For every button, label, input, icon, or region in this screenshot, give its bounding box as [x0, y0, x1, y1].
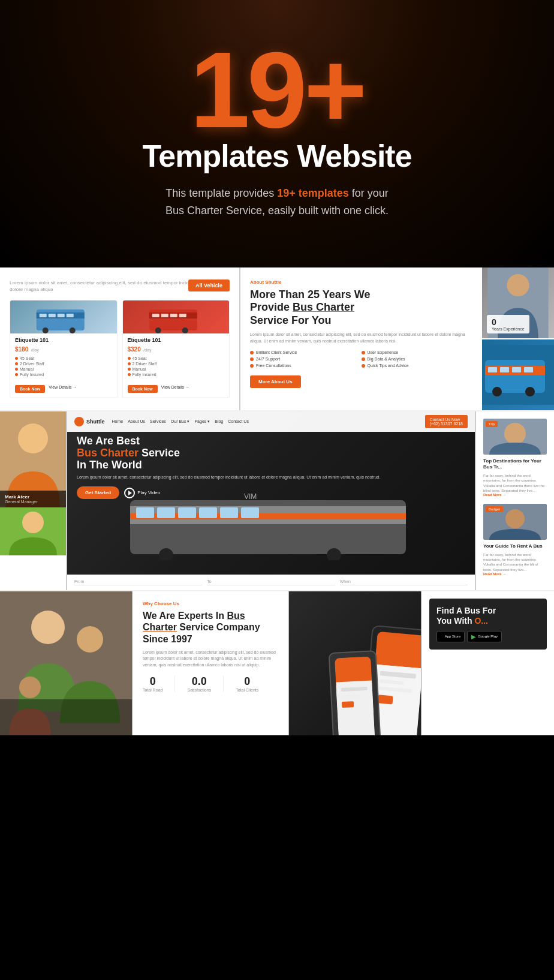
about-heading-line2: Provide Bus Charter: [250, 301, 354, 313]
stat-road-number: 0: [143, 675, 162, 688]
spec-dot: [15, 362, 18, 365]
read-more-2[interactable]: Read More →: [483, 572, 547, 576]
spec-row: 2 Driver Staff: [128, 362, 225, 366]
apple-icon: : [441, 633, 443, 640]
more-about-button[interactable]: More About Us: [250, 375, 301, 388]
hero-headline: We Are Best Bus Charter Service In The W…: [77, 435, 465, 471]
svg-rect-62: [342, 701, 354, 708]
bus-card-1: Etiquette 101 $180 /day 45 Seat 2 Driver…: [10, 300, 118, 398]
nav-link-about[interactable]: About Us: [128, 419, 145, 424]
about-heading-line1: More Than 25 Years We: [250, 288, 370, 300]
play-video-button[interactable]: Play Video: [124, 488, 160, 498]
nav-link-blog[interactable]: Blog: [215, 419, 223, 424]
bus-image-1: [10, 300, 117, 333]
svg-rect-37: [199, 507, 217, 518]
play-video-label: Play Video: [137, 490, 160, 495]
bus-image-2: [123, 300, 230, 333]
bus-2-specs: 45 Seat 2 Driver Staff Manual Fully Insu…: [128, 356, 225, 377]
bus-2-price: $320 /day: [128, 343, 225, 354]
hero-description: Lorem ipsum dolor sit amet, consectetur …: [77, 474, 465, 480]
hero-buttons: Get Started Play Video: [77, 486, 465, 499]
nav-link-services[interactable]: Services: [150, 419, 166, 424]
hero-line3: In The World: [77, 459, 142, 471]
svg-point-51: [19, 677, 41, 698]
feature-label: User Experience: [368, 350, 399, 354]
about-image-person: 0 Years Experience: [482, 267, 554, 338]
google-play-badge[interactable]: ▶ Google Play: [467, 631, 502, 642]
view-details-link-2[interactable]: View Details →: [161, 385, 189, 393]
feature-dot: [362, 364, 365, 368]
bus-main-svg: VIM: [67, 488, 475, 560]
logo-text: Shuttle: [86, 419, 105, 425]
get-started-button[interactable]: Get Started: [77, 486, 119, 499]
app-store-label: App Store: [445, 635, 461, 638]
feature-label: 24/7 Support: [256, 357, 280, 361]
spec-dot: [128, 362, 131, 365]
subtitle-highlight: 19+ templates: [277, 187, 349, 199]
svg-rect-12: [170, 314, 177, 317]
feature-item: Big Data & Analytics: [362, 357, 471, 361]
spec-dot: [128, 373, 131, 376]
svg-point-28: [18, 423, 48, 453]
book-now-button-1[interactable]: Book Now: [15, 385, 45, 393]
read-more-1[interactable]: Read More →: [483, 493, 547, 497]
find-heading-orange: O...: [474, 616, 488, 626]
team-overlay: Mark Ateer General Manager: [0, 491, 66, 507]
col-main-hero: VIM Shuttle Home About Us Services Our B…: [67, 411, 475, 590]
bus-2-info: Etiquette 101 $320 /day 45 Seat 2 Driver…: [123, 333, 230, 381]
feature-label: Free Consultations: [256, 363, 291, 368]
hero-title: Templates Website: [24, 138, 530, 174]
bus-1-name: Etiquette 101: [15, 337, 112, 343]
about-images-col: 0 Years Experience: [482, 267, 554, 410]
search-from[interactable]: From: [74, 579, 202, 585]
app-store-badge[interactable]:  App Store: [436, 631, 465, 642]
bus-1-actions: Book Now View Details →: [10, 385, 117, 393]
svg-rect-52: [375, 635, 421, 669]
feature-dot: [362, 351, 365, 354]
svg-point-49: [77, 626, 103, 653]
play-icon: [124, 488, 135, 498]
svg-rect-4: [58, 314, 65, 317]
svg-rect-57: [378, 695, 393, 705]
svg-rect-38: [220, 507, 238, 518]
svg-point-44: [504, 423, 526, 444]
search-bar: From To When: [67, 575, 475, 590]
nav-contact-button[interactable]: Contact Us Now(+62) 51307 6218: [425, 415, 468, 428]
search-when[interactable]: When: [340, 579, 468, 585]
hero-line2-suffix: Service: [138, 447, 180, 459]
team-member-image-2: [0, 507, 66, 555]
stat-satisfaction: 0.0 Satisfactions: [187, 675, 211, 692]
about-features: Brilliant Client Service User Experience…: [250, 350, 470, 368]
all-vehicle-button[interactable]: All Vehicle: [188, 279, 230, 291]
spec-text: 45 Seat: [133, 356, 147, 360]
blog-image-2: Budget: [483, 504, 547, 540]
about-lorem: Lorem ipsum dolor sit amet, consectetur …: [250, 332, 470, 344]
logo-icon: [74, 417, 84, 426]
nav-links: Home About Us Services Our Bus ▾ Pages ▾…: [112, 419, 418, 424]
svg-rect-5: [67, 314, 74, 317]
bus-2-actions: Book Now View Details →: [123, 385, 230, 393]
hero-number: 19+: [24, 36, 530, 144]
hero-subtitle: This template provides 19+ templates for…: [24, 185, 530, 220]
blog-tag-2: Budget: [486, 506, 503, 512]
search-to[interactable]: To: [207, 579, 335, 585]
nav-logo: Shuttle: [74, 417, 105, 426]
feature-item: 24/7 Support: [250, 357, 359, 361]
svg-point-46: [505, 509, 525, 528]
svg-rect-21: [488, 367, 497, 372]
svg-rect-19: [485, 360, 545, 393]
view-details-link-1[interactable]: View Details →: [49, 385, 77, 393]
feature-dot: [250, 351, 254, 354]
subtitle-prefix: This template provides: [165, 187, 277, 199]
nav-link-contact[interactable]: Contact Us: [228, 419, 249, 424]
row-1: Lorem ipsum dolor sit amet, consectetur …: [0, 267, 554, 410]
nav-link-home[interactable]: Home: [112, 419, 124, 424]
phone-content-2-svg: [335, 657, 375, 735]
book-now-button-2[interactable]: Book Now: [128, 385, 158, 393]
svg-point-15: [182, 327, 188, 333]
nav-link-pages[interactable]: Pages ▾: [194, 419, 210, 424]
why-heading: We Are Experts In BusCharter Service Com…: [143, 610, 278, 645]
stat-clients-number: 0: [236, 675, 258, 688]
experience-badge: 0 Years Experience: [487, 315, 529, 333]
nav-link-bus[interactable]: Our Bus ▾: [171, 419, 190, 424]
